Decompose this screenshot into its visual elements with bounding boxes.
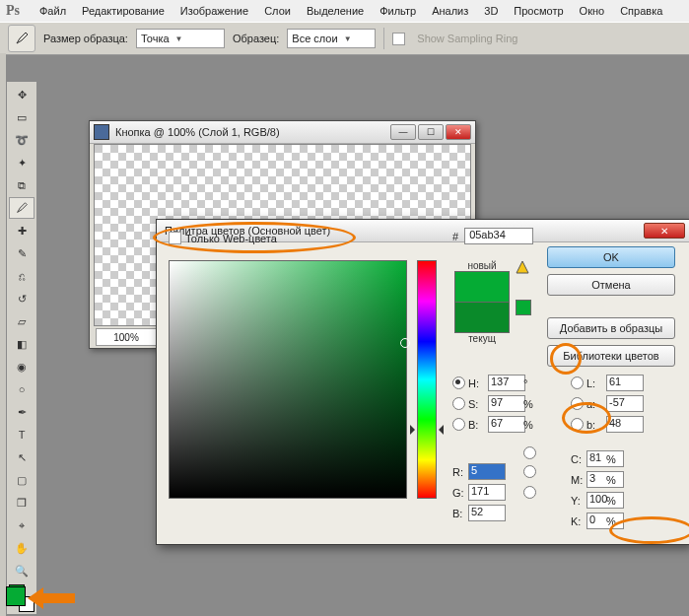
chevron-down-icon: ▼ xyxy=(175,34,183,43)
menu-edit[interactable]: Редактирование xyxy=(74,2,172,20)
radio-bb[interactable] xyxy=(523,486,536,499)
menu-view[interactable]: Просмотр xyxy=(506,2,571,20)
input-r[interactable]: 5 xyxy=(468,463,506,480)
unit-pct: % xyxy=(606,515,642,527)
eyedropper-tool-icon[interactable] xyxy=(8,25,35,52)
sample-dropdown[interactable]: Все слои▼ xyxy=(287,29,376,48)
hue-slider[interactable] xyxy=(417,260,437,499)
gamut-warning-icon[interactable] xyxy=(516,260,529,274)
menu-window[interactable]: Окно xyxy=(572,2,613,20)
color-picker-close-button[interactable]: ✕ xyxy=(644,223,685,239)
radio-l[interactable] xyxy=(571,376,584,389)
stamp-tool[interactable]: ⎌ xyxy=(9,265,34,287)
minimize-button[interactable]: — xyxy=(390,124,416,140)
3d-tool[interactable]: ❒ xyxy=(9,492,34,513)
eyedropper-tool[interactable] xyxy=(9,197,34,219)
sampling-ring-checkbox[interactable] xyxy=(392,33,405,45)
hue-marker-right[interactable] xyxy=(434,425,444,435)
radio-h[interactable] xyxy=(452,376,465,389)
add-swatch-button[interactable]: Добавить в образцы xyxy=(547,317,675,339)
label-y: Y: xyxy=(571,495,586,507)
menu-analysis[interactable]: Анализ xyxy=(424,2,476,20)
input-s[interactable]: 97 xyxy=(488,395,525,412)
input-h[interactable]: 137 xyxy=(488,375,525,391)
unit-pct: % xyxy=(606,495,642,507)
label-g: G: xyxy=(452,487,468,499)
sample-label: Образец: xyxy=(233,33,279,44)
dodge-tool[interactable]: ○ xyxy=(9,378,34,400)
unit-deg: ° xyxy=(523,377,541,389)
hex-input[interactable]: 05ab34 xyxy=(464,228,533,244)
menu-select[interactable]: Выделение xyxy=(299,2,372,20)
sample-size-value: Точка xyxy=(141,33,170,44)
pen-tool[interactable]: ✒ xyxy=(9,401,34,423)
radio-a[interactable] xyxy=(571,397,584,410)
label-l: L: xyxy=(586,377,606,389)
close-button[interactable]: ✕ xyxy=(446,124,471,140)
label-r: R: xyxy=(452,466,468,478)
menu-image[interactable]: Изображение xyxy=(172,2,256,20)
foreground-color-indicator[interactable] xyxy=(6,586,26,606)
input-b[interactable]: 48 xyxy=(606,416,644,433)
zoom-field[interactable]: 100% xyxy=(96,328,157,346)
radio-s[interactable] xyxy=(452,397,465,410)
options-bar: Размер образца: Точка▼ Образец: Все слои… xyxy=(0,22,689,55)
blur-tool[interactable]: ◉ xyxy=(9,356,34,377)
marquee-tool[interactable]: ▭ xyxy=(9,106,34,128)
input-l[interactable]: 61 xyxy=(606,375,644,391)
unit-pct: % xyxy=(523,398,541,410)
document-titlebar[interactable]: Кнопка @ 100% (Слой 1, RGB/8) — ☐ ✕ xyxy=(90,121,475,144)
hex-label: # xyxy=(452,231,458,242)
zoom-tool[interactable]: 🔍 xyxy=(9,560,34,582)
web-only-checkbox[interactable] xyxy=(169,232,181,244)
path-tool[interactable]: ↖ xyxy=(9,446,34,468)
document-icon xyxy=(94,124,109,140)
sample-size-label: Размер образца: xyxy=(43,33,128,44)
saturation-value-box[interactable] xyxy=(169,260,407,499)
input-bv[interactable]: 67 xyxy=(488,416,525,433)
sv-marker[interactable] xyxy=(400,338,410,348)
radio-b[interactable] xyxy=(571,418,584,431)
input-g[interactable]: 171 xyxy=(468,484,506,501)
ok-button[interactable]: OK xyxy=(547,246,675,268)
shape-tool[interactable]: ▢ xyxy=(9,469,34,491)
current-color-swatch[interactable] xyxy=(454,303,510,333)
menu-help[interactable]: Справка xyxy=(612,2,670,20)
gradient-tool[interactable]: ◧ xyxy=(9,333,34,355)
menu-filter[interactable]: Фильтр xyxy=(372,2,424,20)
hex-row: # 05ab34 xyxy=(452,228,533,244)
label-bv: B: xyxy=(468,419,488,431)
crop-tool[interactable]: ⧉ xyxy=(9,174,34,196)
heal-tool[interactable]: ✚ xyxy=(9,220,34,241)
lasso-tool[interactable]: ➰ xyxy=(9,129,34,151)
menu-3d[interactable]: 3D xyxy=(476,2,506,20)
hue-marker-left[interactable] xyxy=(410,425,420,435)
brush-tool[interactable]: ✎ xyxy=(9,242,34,264)
menu-file[interactable]: Файл xyxy=(32,2,74,20)
radio-g[interactable] xyxy=(523,465,536,478)
maximize-button[interactable]: ☐ xyxy=(418,124,444,140)
color-libraries-button[interactable]: Библиотеки цветов xyxy=(547,345,675,367)
history-brush-tool[interactable]: ↺ xyxy=(9,288,34,309)
chevron-down-icon: ▼ xyxy=(344,34,352,43)
hand-tool[interactable]: ✋ xyxy=(9,537,34,559)
move-tool[interactable]: ✥ xyxy=(9,84,34,105)
radio-bv[interactable] xyxy=(452,418,465,431)
websafe-swatch[interactable] xyxy=(516,300,531,315)
camera-tool[interactable]: ⌖ xyxy=(9,514,34,536)
menu-layers[interactable]: Слои xyxy=(256,2,299,20)
sample-size-dropdown[interactable]: Точка▼ xyxy=(136,29,225,48)
cancel-button[interactable]: Отмена xyxy=(547,274,675,296)
new-color-swatch[interactable] xyxy=(454,271,510,303)
eraser-tool[interactable]: ▱ xyxy=(9,310,34,332)
label-h: H: xyxy=(468,377,488,389)
type-tool[interactable]: T xyxy=(9,424,34,445)
wand-tool[interactable]: ✦ xyxy=(9,152,34,173)
input-a[interactable]: -57 xyxy=(606,395,644,412)
label-s: S: xyxy=(468,398,488,410)
toolbox: ✥ ▭ ➰ ✦ ⧉ ✚ ✎ ⎌ ↺ ▱ ◧ ◉ ○ ✒ T ↖ ▢ ❒ ⌖ ✋ … xyxy=(6,81,37,615)
radio-r[interactable] xyxy=(523,446,536,459)
input-bb[interactable]: 52 xyxy=(468,505,506,521)
label-k: K: xyxy=(571,515,586,527)
color-compare: новый текущ xyxy=(454,260,510,344)
